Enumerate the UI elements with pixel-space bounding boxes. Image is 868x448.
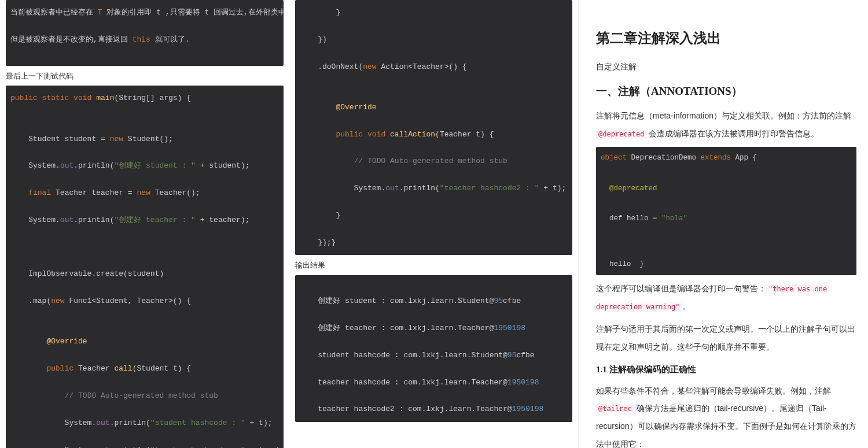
last-code-label: 最后上一下测试代码 xyxy=(6,71,284,83)
intro-this: this xyxy=(133,35,150,44)
main-code-block-1: public static void main(String[] args) {… xyxy=(6,86,284,448)
output-block: 创建好 student : com.lxkj.learn.Student@95c… xyxy=(295,275,572,422)
compile-warning-text: 这个程序可以编译但是编译器会打印一句警告："there was one depr… xyxy=(596,280,856,316)
column-middle: } }) .doOnNext(new Action<Teacher>() { @… xyxy=(289,0,579,448)
c1-l1: public static void xyxy=(10,94,96,102)
tailrec-text: 如果有些条件不符合，某些注解可能会导致编译失败。例如，注解 @tailrec 确… xyxy=(596,382,856,448)
intro-T: T xyxy=(98,8,102,17)
annotations-intro: 注解将元信息（meta-information）与定义相关联。例如：方法前的注解… xyxy=(596,107,856,143)
tailrec-inline-code: @tailrec xyxy=(596,404,634,413)
column-right: 第二章注解深入浅出 自定义注解 一、注解（ANNOTATIONS） 注解将元信息… xyxy=(579,0,868,448)
scala-code-block: object DeprecationDemo extends App { @de… xyxy=(596,147,856,275)
intro-line-1a: 当前被观察者中已经存在 xyxy=(10,8,98,17)
annotation-scope-text: 注解子句适用于其后面的第一次定义或声明。一个以上的注解子句可以出现在定义和声明之… xyxy=(596,320,856,356)
output-label: 输出结果 xyxy=(295,260,572,272)
intro-line-1b: 对象的引用即 t ,只需要将 t 回调过去,在外部类中进行修改, xyxy=(102,8,284,17)
section-1-heading: 一、注解（ANNOTATIONS） xyxy=(596,84,856,99)
intro-line-2a: 但是被观察者是不改变的,直接返回 xyxy=(10,35,133,44)
deprecated-inline-code: @deprecated xyxy=(596,129,646,139)
intro-line-2b: 就可以了. xyxy=(150,35,190,44)
subtitle: 自定义注解 xyxy=(596,58,856,76)
main-code-block-2: } }) .doOnNext(new Action<Teacher>() { @… xyxy=(295,0,572,255)
section-1-1-heading: 1.1 注解确保编码的正确性 xyxy=(596,364,856,375)
chapter-title: 第二章注解深入浅出 xyxy=(596,29,856,47)
intro-text-box: 当前被观察者中已经存在 T 对象的引用即 t ,只需要将 t 回调过去,在外部类… xyxy=(6,0,284,66)
column-left: 当前被观察者中已经存在 T 对象的引用即 t ,只需要将 t 回调过去,在外部类… xyxy=(0,0,289,448)
